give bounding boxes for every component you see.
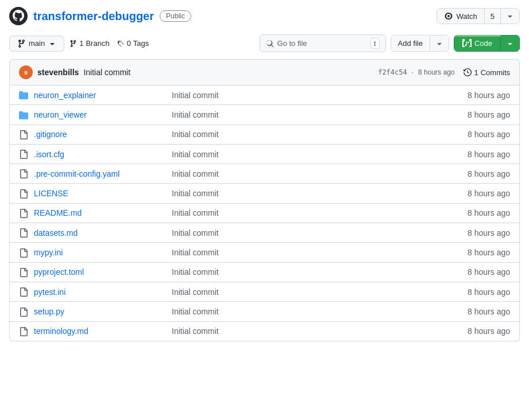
add-file-label[interactable]: Add file bbox=[391, 36, 430, 50]
file-name[interactable]: LICENSE bbox=[34, 189, 166, 198]
table-row: README.mdInitial commit8 hours ago bbox=[10, 204, 519, 223]
file-name[interactable]: datasets.md bbox=[34, 228, 166, 238]
file-name[interactable]: pyproject.toml bbox=[34, 267, 166, 277]
file-commit-message: Initial commit bbox=[172, 189, 447, 198]
table-row: datasets.mdInitial commit8 hours ago bbox=[10, 223, 519, 243]
file-commit-message: Initial commit bbox=[172, 110, 447, 119]
file-name[interactable]: pytest.ini bbox=[34, 287, 166, 297]
watch-caret-icon[interactable] bbox=[500, 9, 519, 24]
watch-count[interactable]: 5 bbox=[485, 9, 500, 24]
file-icon bbox=[19, 149, 28, 159]
folder-icon bbox=[19, 110, 28, 119]
header-row: transformer-debugger Public Watch 5 bbox=[9, 7, 520, 25]
file-name[interactable]: terminology.md bbox=[34, 326, 166, 336]
add-file-caret-icon[interactable] bbox=[430, 36, 449, 51]
file-time: 8 hours ago bbox=[453, 91, 510, 100]
file-icon bbox=[19, 130, 28, 139]
table-row: pyproject.tomlInitial commit8 hours ago bbox=[10, 263, 519, 282]
file-icon bbox=[19, 188, 28, 198]
code-icon bbox=[462, 39, 472, 48]
commit-author[interactable]: stevenbills bbox=[37, 68, 79, 77]
file-name[interactable]: neuron_viewer bbox=[34, 110, 166, 119]
file-name[interactable]: .gitignore bbox=[34, 130, 166, 139]
file-commit-message: Initial commit bbox=[172, 267, 447, 277]
watch-button-main[interactable]: Watch bbox=[437, 9, 484, 24]
table-row: .isort.cfgInitial commit8 hours ago bbox=[10, 145, 519, 164]
table-row: setup.pyInitial commit8 hours ago bbox=[10, 302, 519, 321]
file-name[interactable]: setup.py bbox=[34, 307, 166, 316]
commit-bar: s stevenbills Initial commit f2f4c54 · 8… bbox=[9, 59, 520, 85]
commit-time: 8 hours ago bbox=[418, 68, 454, 76]
visibility-badge: Public bbox=[160, 10, 191, 22]
file-icon bbox=[19, 306, 28, 316]
branch-label: Branch bbox=[86, 39, 109, 48]
file-table: neuron_explainerInitial commit8 hours ag… bbox=[9, 85, 520, 341]
code-button[interactable]: Code bbox=[454, 35, 520, 52]
file-icon bbox=[19, 228, 28, 238]
commit-hash[interactable]: f2f4c54 bbox=[378, 68, 407, 76]
file-commit-message: Initial commit bbox=[172, 150, 447, 159]
file-time: 8 hours ago bbox=[453, 267, 510, 277]
file-icon bbox=[19, 208, 28, 218]
branch-count-icon bbox=[69, 40, 77, 48]
file-name[interactable]: .pre-commit-config.yaml bbox=[34, 169, 166, 178]
file-time: 8 hours ago bbox=[453, 189, 510, 198]
table-row: neuron_viewerInitial commit8 hours ago bbox=[10, 105, 519, 125]
file-time: 8 hours ago bbox=[453, 228, 510, 238]
folder-icon bbox=[19, 90, 28, 100]
file-name[interactable]: neuron_explainer bbox=[34, 91, 166, 100]
code-label: Code bbox=[474, 39, 492, 48]
search-icon bbox=[266, 40, 274, 48]
commits-link[interactable]: 1 Commits bbox=[464, 68, 510, 77]
commits-label: Commits bbox=[481, 68, 510, 77]
branch-count: 1 bbox=[79, 39, 83, 48]
file-commit-message: Initial commit bbox=[172, 228, 447, 238]
file-icon bbox=[19, 267, 28, 277]
code-caret-icon[interactable] bbox=[501, 36, 519, 51]
commit-message: Initial commit bbox=[83, 68, 130, 77]
code-button-main[interactable]: Code bbox=[454, 36, 501, 51]
branch-count-link[interactable]: 1 Branch bbox=[69, 39, 109, 48]
file-time: 8 hours ago bbox=[453, 169, 510, 178]
file-time: 8 hours ago bbox=[453, 130, 510, 139]
file-commit-message: Initial commit bbox=[172, 208, 447, 217]
table-row: .pre-commit-config.yamlInitial commit8 h… bbox=[10, 164, 519, 184]
table-row: neuron_explainerInitial commit8 hours ag… bbox=[10, 85, 519, 105]
file-commit-message: Initial commit bbox=[172, 169, 447, 178]
tag-label: Tags bbox=[133, 39, 149, 48]
file-name[interactable]: .isort.cfg bbox=[34, 150, 166, 159]
file-time: 8 hours ago bbox=[453, 110, 510, 119]
file-time: 8 hours ago bbox=[453, 287, 510, 297]
author-avatar: s bbox=[19, 65, 33, 79]
watch-label: Watch bbox=[456, 12, 477, 21]
file-name[interactable]: mypy.ini bbox=[34, 248, 166, 257]
watch-button[interactable]: Watch 5 bbox=[437, 8, 520, 25]
branch-name: main bbox=[29, 39, 45, 48]
tag-icon bbox=[117, 40, 125, 48]
table-row: LICENSEInitial commit8 hours ago bbox=[10, 184, 519, 203]
file-commit-message: Initial commit bbox=[172, 307, 447, 316]
file-icon bbox=[19, 287, 28, 297]
eye-icon bbox=[444, 11, 453, 21]
branch-selector-button[interactable]: main bbox=[9, 36, 64, 52]
file-commit-message: Initial commit bbox=[172, 326, 447, 336]
branch-caret-icon bbox=[48, 39, 57, 48]
file-commit-message: Initial commit bbox=[172, 130, 447, 139]
file-icon bbox=[19, 169, 28, 178]
commits-count: 1 bbox=[474, 68, 478, 77]
goto-file-search[interactable]: Go to file t bbox=[260, 34, 386, 52]
repo-name[interactable]: transformer-debugger bbox=[33, 10, 154, 23]
file-time: 8 hours ago bbox=[453, 150, 510, 159]
history-icon bbox=[464, 68, 472, 76]
branch-tag-area: 1 Branch 0 Tags bbox=[69, 39, 149, 48]
tag-count: 0 bbox=[127, 39, 131, 48]
goto-file-label: Go to file bbox=[277, 39, 307, 48]
file-commit-message: Initial commit bbox=[172, 248, 447, 257]
file-name[interactable]: README.md bbox=[34, 208, 166, 217]
file-time: 8 hours ago bbox=[453, 307, 510, 316]
add-file-button[interactable]: Add file bbox=[391, 35, 449, 52]
search-shortcut-badge: t bbox=[370, 38, 380, 49]
tag-count-link[interactable]: 0 Tags bbox=[117, 39, 149, 48]
table-row: terminology.mdInitial commit8 hours ago bbox=[10, 322, 519, 341]
table-row: mypy.iniInitial commit8 hours ago bbox=[10, 243, 519, 262]
